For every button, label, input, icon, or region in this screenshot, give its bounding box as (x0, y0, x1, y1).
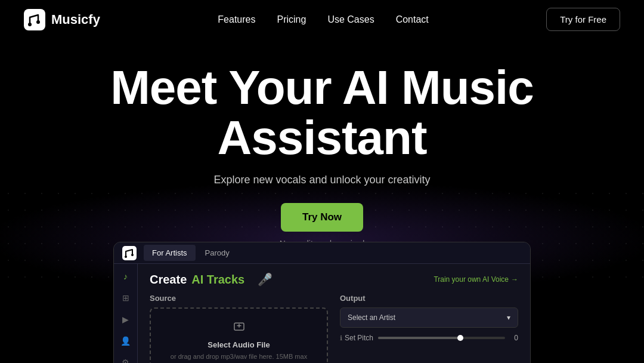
svg-point-5 (131, 254, 134, 256)
musicfy-logo-icon (24, 9, 45, 30)
try-free-button[interactable]: Try for Free (546, 8, 620, 31)
hero-title: Meet Your AI Music Assistant (110, 63, 534, 163)
upload-sub: or drag and drop mp3/wav file here. 15MB… (171, 353, 307, 360)
app-logo-small (122, 246, 137, 260)
nav-use-cases[interactable]: Use Cases (327, 14, 374, 24)
arrow-right-icon: → (511, 275, 518, 284)
output-label: Output (340, 294, 518, 303)
hero-section: Meet Your AI Music Assistant Explore new… (0, 39, 644, 248)
nav-contact[interactable]: Contact (396, 14, 429, 24)
app-tab-artists[interactable]: For Artists (144, 245, 196, 261)
info-icon: ℹ (340, 334, 342, 342)
upload-area[interactable]: Select Audio File or drag and drop mp3/w… (150, 307, 328, 363)
nav-pricing[interactable]: Pricing (277, 14, 306, 24)
content-columns: Source Select Audio File or drag and dro… (150, 294, 518, 363)
pitch-label: ℹ Set Pitch (340, 334, 373, 342)
app-sidebar: ♪ ⊞ ▶ 👤 ⚙ (114, 264, 138, 363)
hero-subtitle: Explore new vocals and unlock your creat… (213, 174, 430, 186)
artist-select-label: Select an Artist (348, 313, 395, 322)
app-main-content: Create AI Tracks 🎤 Train your own AI Voi… (138, 264, 530, 363)
output-box: Output Select an Artist ▾ ℹ Set Pitch (340, 294, 518, 363)
app-tab-parody[interactable]: Parody (197, 245, 238, 261)
app-header-row: Create AI Tracks 🎤 Train your own AI Voi… (150, 272, 518, 287)
nav-links: Features Pricing Use Cases Contact (218, 14, 428, 25)
video-icon[interactable]: ▶ (119, 313, 132, 326)
svg-point-4 (125, 256, 127, 258)
upload-title: Select Audio File (208, 340, 270, 349)
svg-point-1 (28, 23, 32, 26)
navbar: Musicfy Features Pricing Use Cases Conta… (0, 0, 644, 39)
app-topbar: For Artists Parody (114, 242, 530, 264)
artist-select[interactable]: Select an Artist ▾ (340, 307, 518, 328)
try-now-button[interactable]: Try Now (281, 203, 363, 232)
pitch-row: ℹ Set Pitch 0 (340, 334, 518, 342)
logo-area: Musicfy (24, 9, 100, 30)
svg-rect-3 (122, 246, 137, 260)
upload-icon (233, 320, 246, 337)
svg-rect-0 (24, 9, 45, 30)
nav-features[interactable]: Features (218, 14, 255, 24)
music-note-icon[interactable]: ♪ (119, 270, 132, 283)
logo-text: Musicfy (51, 12, 100, 27)
settings-icon[interactable]: ⚙ (119, 356, 132, 363)
chevron-down-icon: ▾ (507, 313, 510, 322)
app-body: ♪ ⊞ ▶ 👤 ⚙ Create AI Tracks 🎤 Train your … (114, 264, 530, 363)
source-box: Source Select Audio File or drag and dro… (150, 294, 328, 363)
app-preview: For Artists Parody ♪ ⊞ ▶ 👤 ⚙ Create AI T… (113, 242, 531, 363)
svg-point-2 (36, 20, 40, 24)
pitch-slider-fill (378, 337, 460, 339)
create-title: Create AI Tracks 🎤 (150, 272, 273, 287)
source-label: Source (150, 294, 328, 303)
pitch-slider-thumb (457, 335, 463, 341)
pitch-slider[interactable] (378, 337, 505, 339)
grid-icon[interactable]: ⊞ (119, 291, 132, 304)
pitch-value: 0 (510, 334, 518, 342)
users-icon[interactable]: 👤 (119, 334, 132, 347)
train-ai-voice-link[interactable]: Train your own AI Voice → (434, 275, 518, 284)
